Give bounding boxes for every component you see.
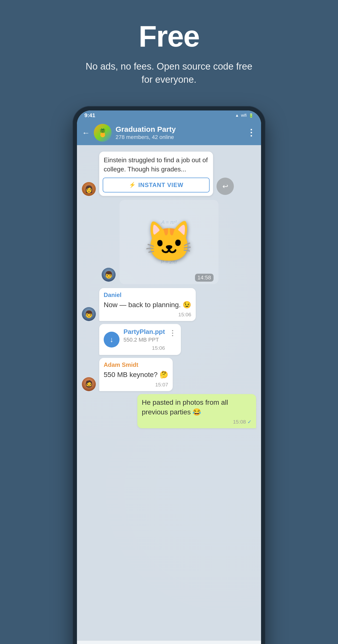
daniel-message-row: 👦 Daniel Now — back to planning. 😉 15:06 — [77, 286, 261, 322]
download-icon: ↓ — [110, 336, 114, 344]
sticker-time: 14:58 — [195, 274, 214, 282]
self-bubble: He pasted in photos from all previous pa… — [137, 394, 256, 428]
sticker-container: A = πr² V = l² s = √r²+h² A = πr² + πrs … — [119, 200, 219, 284]
adam-name: Adam Smidt — [104, 362, 168, 368]
file-time: 15:06 — [152, 345, 165, 351]
message-check-icon: ✓ — [247, 419, 252, 425]
signal-icon: ▲ — [235, 113, 239, 118]
user-avatar-girl: 👩 — [82, 182, 96, 196]
self-message-row: He pasted in photos from all previous pa… — [77, 392, 261, 430]
input-bar: ☺ 📎 ⊙ — [77, 640, 261, 644]
article-message-row: 👩 Einstein struggled to find a job out o… — [77, 150, 261, 198]
adam-message-row: 🧔 Adam Smidt 550 MB keynote? 🤔 15:07 — [77, 356, 261, 392]
phone-screen: 9:41 ▲ wifi 🔋 ← 🍍 Graduation Party 278 m… — [77, 110, 261, 644]
daniel-footer: 15:06 — [104, 312, 191, 318]
battery-icon: 🔋 — [249, 113, 254, 118]
article-card: Einstein struggled to find a job out of … — [99, 152, 213, 196]
avatar-girl-image: 👩 — [82, 182, 96, 196]
file-bubble: ↓ PartyPlan.ppt 550.2 MB PPT 15:06 ⋮ — [99, 324, 181, 355]
group-info: Graduation Party 278 members, 42 online — [116, 125, 243, 140]
sticker-area: A = πr² V = l² s = √r²+h² A = πr² + πrs … — [77, 198, 261, 286]
chat-header: ← 🍍 Graduation Party 278 members, 42 onl… — [77, 120, 261, 145]
file-name: PartyPlan.ppt — [123, 328, 165, 336]
group-avatar: 🍍 — [94, 124, 112, 142]
self-footer: 15:08 ✓ — [142, 419, 252, 425]
back-button[interactable]: ← — [82, 129, 90, 137]
avatar-guy1-image: 👦 — [102, 268, 116, 282]
lightning-icon: ⚡ — [129, 182, 136, 188]
avatar-guy2-image: 🧔 — [82, 377, 96, 391]
wifi-icon: wifi — [241, 113, 247, 118]
file-info: PartyPlan.ppt 550.2 MB PPT 15:06 — [123, 328, 165, 351]
file-more-button[interactable]: ⋮ — [169, 329, 176, 337]
chat-spacer — [77, 430, 261, 450]
cat-sticker-emoji: 🐱 — [144, 219, 194, 265]
instant-view-label: INSTANT VIEW — [138, 182, 183, 188]
more-button[interactable]: ⋮ — [247, 128, 256, 138]
forward-button[interactable]: ↩ — [217, 178, 234, 195]
article-text: Einstein struggled to find a job out of … — [99, 152, 213, 178]
user-avatar-guy1: 👦 — [102, 268, 116, 282]
adam-footer: 15:07 — [104, 382, 168, 388]
status-icons: ▲ wifi 🔋 — [235, 113, 254, 118]
instant-view-button[interactable]: ⚡ INSTANT VIEW — [103, 178, 210, 192]
file-message-row: ↓ PartyPlan.ppt 550.2 MB PPT 15:06 ⋮ — [77, 322, 261, 356]
phone-mockup: 9:41 ▲ wifi 🔋 ← 🍍 Graduation Party 278 m… — [72, 106, 266, 644]
user-avatar-guy1-b: 👦 — [82, 307, 96, 321]
daniel-text: Now — back to planning. 😉 — [104, 300, 191, 310]
file-download-button[interactable]: ↓ — [104, 332, 119, 348]
adam-time: 15:07 — [155, 382, 168, 388]
adam-bubble: Adam Smidt 550 MB keynote? 🤔 15:07 — [99, 358, 173, 391]
group-meta: 278 members, 42 online — [116, 134, 243, 140]
hero-title: Free — [10, 20, 328, 52]
forward-icon: ↩ — [222, 182, 228, 190]
daniel-bubble: Daniel Now — back to planning. 😉 15:06 — [99, 288, 196, 321]
hero-section: Free No ads, no fees. Open source code f… — [0, 0, 338, 101]
avatar-guy1b-image: 👦 — [82, 307, 96, 321]
user-avatar-guy2: 🧔 — [82, 377, 96, 391]
group-name: Graduation Party — [116, 125, 243, 134]
self-time: 15:08 — [233, 419, 246, 425]
self-text: He pasted in photos from all previous pa… — [142, 398, 252, 417]
sticker-avatar: 👦 — [102, 268, 116, 282]
cat-sticker: 🐱 — [119, 200, 219, 284]
daniel-time: 15:06 — [178, 312, 192, 318]
hero-subtitle: No ads, no fees. Open source code free f… — [82, 60, 256, 86]
adam-text: 550 MB keynote? 🤔 — [104, 370, 168, 380]
file-size: 550.2 MB PPT — [123, 336, 165, 343]
phone-outer: 9:41 ▲ wifi 🔋 ← 🍍 Graduation Party 278 m… — [72, 106, 266, 644]
daniel-name: Daniel — [104, 292, 191, 298]
file-footer: 15:06 — [123, 345, 165, 351]
status-time: 9:41 — [84, 112, 95, 119]
chat-body: 👩 Einstein struggled to find a job out o… — [77, 145, 261, 640]
status-bar: 9:41 ▲ wifi 🔋 — [77, 110, 261, 120]
